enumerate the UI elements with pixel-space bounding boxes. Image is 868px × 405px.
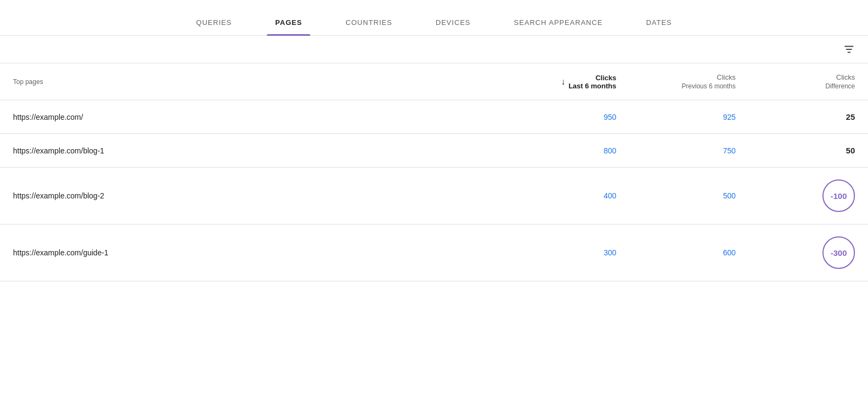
col-clicks-diff-label: Clicks <box>836 73 855 81</box>
cell-clicks-last: 800 <box>521 134 629 168</box>
table-header-row: Top pages ↓ Clicks Last 6 months Clicks … <box>0 63 868 100</box>
col-clicks-prev-label: Clicks <box>717 73 736 81</box>
cell-clicks-diff: -300 <box>749 224 868 281</box>
tab-countries[interactable]: COUNTRIES <box>324 10 414 35</box>
col-clicks-diff-sublabel: Difference <box>826 82 855 90</box>
cell-clicks-diff: 25 <box>749 100 868 134</box>
tab-dates[interactable]: DATES <box>624 10 694 35</box>
col-header-clicks-diff[interactable]: Clicks Difference <box>749 63 868 100</box>
filter-bar <box>0 36 868 63</box>
cell-clicks-prev: 925 <box>629 100 749 134</box>
table-row: https://example.com/blog-180075050 <box>0 134 868 168</box>
cell-clicks-diff: -100 <box>749 168 868 224</box>
cell-clicks-last: 400 <box>521 168 629 224</box>
col-clicks-last-label: Clicks <box>596 74 616 82</box>
pages-table: Top pages ↓ Clicks Last 6 months Clicks … <box>0 63 868 281</box>
table-row: https://example.com/95092525 <box>0 100 868 134</box>
cell-page: https://example.com/blog-2 <box>0 168 521 224</box>
cell-clicks-last: 950 <box>521 100 629 134</box>
cell-page: https://example.com/ <box>0 100 521 134</box>
diff-negative-badge: -100 <box>822 179 855 212</box>
col-header-page: Top pages <box>0 63 521 100</box>
col-header-clicks-last[interactable]: ↓ Clicks Last 6 months <box>521 63 629 100</box>
cell-clicks-last: 300 <box>521 224 629 281</box>
cell-clicks-diff: 50 <box>749 134 868 168</box>
table-row: https://example.com/guide-1300600-300 <box>0 224 868 281</box>
tab-navigation: QUERIES PAGES COUNTRIES DEVICES SEARCH A… <box>0 0 868 36</box>
cell-clicks-prev: 600 <box>629 224 749 281</box>
tab-search-appearance[interactable]: SEARCH APPEARANCE <box>492 10 624 35</box>
table-body: https://example.com/95092525https://exam… <box>0 100 868 281</box>
cell-page: https://example.com/guide-1 <box>0 224 521 281</box>
tab-pages[interactable]: PAGES <box>253 10 324 35</box>
filter-button[interactable] <box>843 43 855 55</box>
diff-negative-badge: -300 <box>822 236 855 269</box>
diff-positive-value: 25 <box>846 112 855 121</box>
col-clicks-prev-sublabel: Previous 6 months <box>682 82 736 90</box>
table-row: https://example.com/blog-2400500-100 <box>0 168 868 224</box>
diff-positive-value: 50 <box>846 146 855 155</box>
cell-clicks-prev: 750 <box>629 134 749 168</box>
tab-queries[interactable]: QUERIES <box>174 10 253 35</box>
col-clicks-last-sublabel: Last 6 months <box>569 82 616 90</box>
col-header-clicks-prev[interactable]: Clicks Previous 6 months <box>629 63 749 100</box>
cell-clicks-prev: 500 <box>629 168 749 224</box>
tab-devices[interactable]: DEVICES <box>414 10 492 35</box>
cell-page: https://example.com/blog-1 <box>0 134 521 168</box>
sort-arrow-icon: ↓ <box>561 77 565 87</box>
pages-table-container: Top pages ↓ Clicks Last 6 months Clicks … <box>0 63 868 281</box>
